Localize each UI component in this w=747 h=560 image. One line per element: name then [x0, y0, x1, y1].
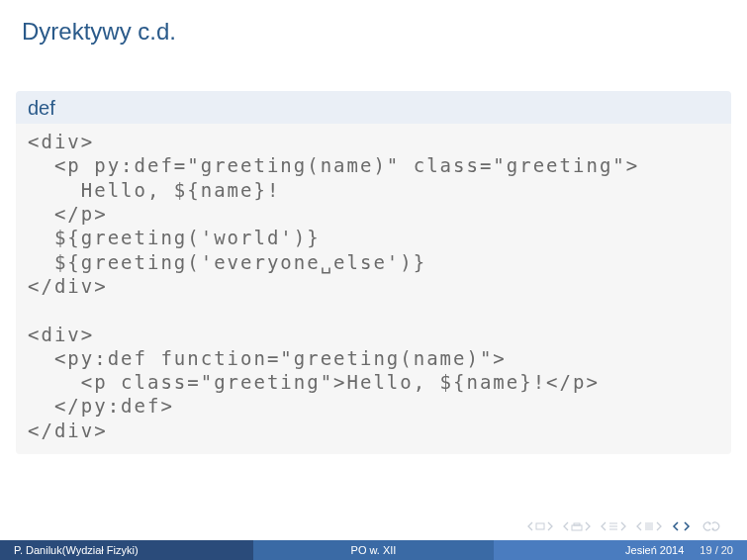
block-header: def: [16, 91, 731, 124]
footer-page-number: 19 / 20: [700, 544, 733, 556]
svg-rect-2: [574, 523, 580, 525]
footer-term: Jesień 2014: [625, 544, 684, 556]
code-block: def <div> <p py:def="greeting(name)" cla…: [16, 91, 731, 454]
slide-title: Dyrektywy c.d.: [0, 0, 747, 46]
beamer-nav-icons: [526, 520, 723, 532]
nav-frame-icon[interactable]: [635, 521, 663, 531]
footer-author: P. Daniluk(Wydział Fizyki): [0, 540, 253, 560]
block-code: <div> <p py:def="greeting(name)" class="…: [16, 124, 731, 454]
svg-rect-0: [536, 523, 544, 529]
svg-rect-1: [572, 525, 582, 530]
nav-prev-section-icon[interactable]: [562, 521, 592, 531]
footer-title: PO w. XII: [253, 540, 493, 560]
nav-prev-slide-icon[interactable]: [526, 521, 554, 531]
nav-subsection-icon[interactable]: [600, 521, 627, 531]
nav-circular-icon[interactable]: [700, 520, 723, 532]
nav-back-forward-icon[interactable]: [671, 521, 692, 531]
footer-bar: P. Daniluk(Wydział Fizyki) PO w. XII Jes…: [0, 540, 747, 560]
